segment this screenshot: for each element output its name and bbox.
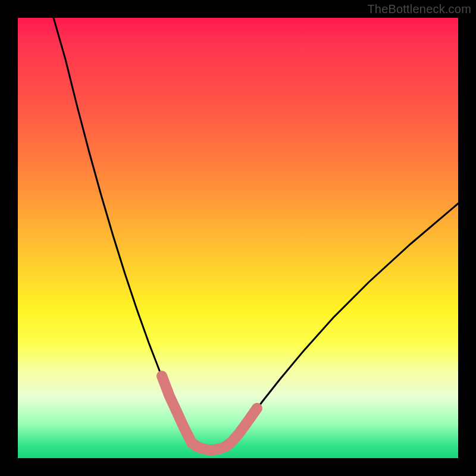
bottleneck-curve <box>54 18 458 450</box>
chart-frame: TheBottleneck.com <box>0 0 476 476</box>
plot-area <box>18 18 458 458</box>
watermark-text: TheBottleneck.com <box>367 2 471 16</box>
curve-svg <box>18 18 458 458</box>
highlight-segment <box>162 376 196 446</box>
highlight-segment <box>226 408 257 446</box>
valley-highlight <box>162 376 257 450</box>
